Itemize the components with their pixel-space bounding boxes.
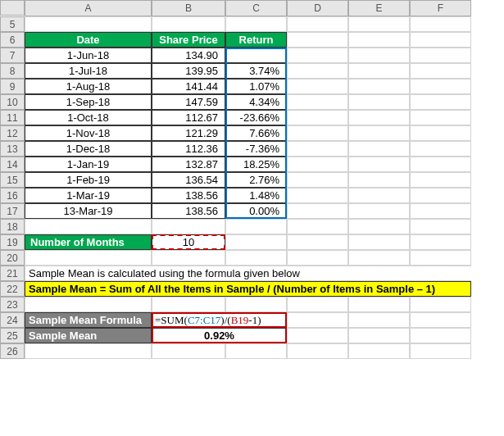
cell-ret-8[interactable]: 2.76% [225,172,287,188]
row-13[interactable]: 13 [0,141,25,157]
cell-E20[interactable] [348,250,410,266]
col-A[interactable]: A [25,0,152,16]
cell-F9[interactable] [410,79,471,94]
desc-text[interactable]: Sample Mean is calculated using the form… [25,266,471,281]
cell-D14[interactable] [287,157,348,172]
cell-E11[interactable] [348,110,410,125]
cell-ret-6[interactable]: -7.36% [225,141,287,157]
row-9[interactable]: 9 [0,79,25,94]
row-18[interactable]: 18 [0,219,25,234]
cell-E7[interactable] [348,48,410,63]
cell-F20[interactable] [410,250,471,266]
cell-ret-9[interactable]: 1.48% [225,188,287,203]
row-23[interactable]: 23 [0,297,25,312]
row-12[interactable]: 12 [0,125,25,141]
cell-F16[interactable] [410,188,471,203]
cell-A5[interactable] [25,16,152,32]
cell-B5[interactable] [152,16,225,32]
cell-E12[interactable] [348,125,410,141]
months-label[interactable]: Number of Months [25,234,152,250]
col-F[interactable]: F [410,0,471,16]
hdr-return[interactable]: Return [225,32,287,48]
cell-D26[interactable] [287,343,348,359]
cell-D9[interactable] [287,79,348,94]
cell-D17[interactable] [287,203,348,219]
cell-D16[interactable] [287,188,348,203]
cell-D18[interactable] [287,219,348,234]
row-15[interactable]: 15 [0,172,25,188]
cell-D6[interactable] [287,32,348,48]
cell-ret-2[interactable]: 1.07% [225,79,287,94]
cell-F14[interactable] [410,157,471,172]
cell-date-9[interactable]: 1-Mar-19 [25,188,152,203]
row-17[interactable]: 17 [0,203,25,219]
cell-D11[interactable] [287,110,348,125]
row-8[interactable]: 8 [0,63,25,79]
cell-E26[interactable] [348,343,410,359]
cell-C23[interactable] [225,297,287,312]
col-B[interactable]: B [152,0,225,16]
cell-E9[interactable] [348,79,410,94]
cell-D20[interactable] [287,250,348,266]
cell-C18[interactable] [225,219,287,234]
cell-E13[interactable] [348,141,410,157]
cell-date-7[interactable]: 1-Jan-19 [25,157,152,172]
cell-D13[interactable] [287,141,348,157]
col-D[interactable]: D [287,0,348,16]
row-21[interactable]: 21 [0,266,25,281]
cell-price-1[interactable]: 139.95 [152,63,225,79]
cell-E14[interactable] [348,157,410,172]
cell-A23[interactable] [25,297,152,312]
row-20[interactable]: 20 [0,250,25,266]
cell-D10[interactable] [287,94,348,110]
cell-E19[interactable] [348,234,410,250]
row-11[interactable]: 11 [0,110,25,125]
cell-E23[interactable] [348,297,410,312]
sm-label[interactable]: Sample Mean [25,328,152,343]
cell-F5[interactable] [410,16,471,32]
formula-description[interactable]: Sample Mean = Sum of All the Items in Sa… [25,281,471,297]
cell-date-5[interactable]: 1-Nov-18 [25,125,152,141]
cell-ret-7[interactable]: 18.25% [225,157,287,172]
cell-D25[interactable] [287,328,348,343]
cell-E8[interactable] [348,63,410,79]
cell-F7[interactable] [410,48,471,63]
cell-price-3[interactable]: 147.59 [152,94,225,110]
cell-D19[interactable] [287,234,348,250]
cell-C5[interactable] [225,16,287,32]
cell-F8[interactable] [410,63,471,79]
cell-B23[interactable] [152,297,225,312]
cell-E15[interactable] [348,172,410,188]
cell-date-2[interactable]: 1-Aug-18 [25,79,152,94]
cell-D15[interactable] [287,172,348,188]
cell-F6[interactable] [410,32,471,48]
cell-E6[interactable] [348,32,410,48]
cell-F12[interactable] [410,125,471,141]
cell-price-4[interactable]: 112.67 [152,110,225,125]
cell-date-6[interactable]: 1-Dec-18 [25,141,152,157]
cell-F15[interactable] [410,172,471,188]
cell-D23[interactable] [287,297,348,312]
result-cell[interactable]: 0.92% [152,328,287,343]
cell-date-0[interactable]: 1-Jun-18 [25,48,152,63]
cell-B26[interactable] [152,343,225,359]
col-C[interactable]: C [225,0,287,16]
cell-ret-1[interactable]: 3.74% [225,63,287,79]
cell-D5[interactable] [287,16,348,32]
row-25[interactable]: 25 [0,328,25,343]
cell-E24[interactable] [348,312,410,328]
cell-F11[interactable] [410,110,471,125]
cell-E18[interactable] [348,219,410,234]
cell-ret-3[interactable]: 4.34% [225,94,287,110]
cell-price-10[interactable]: 138.56 [152,203,225,219]
cell-B20[interactable] [152,250,225,266]
cell-price-0[interactable]: 134.90 [152,48,225,63]
cell-price-2[interactable]: 141.44 [152,79,225,94]
cell-D7[interactable] [287,48,348,63]
cell-F13[interactable] [410,141,471,157]
cell-ret-4[interactable]: -23.66% [225,110,287,125]
spreadsheet-grid[interactable]: A B C D E F 5 6 Date Share Price Return … [0,0,504,359]
hdr-price[interactable]: Share Price [152,32,225,48]
cell-date-8[interactable]: 1-Feb-19 [25,172,152,188]
row-5[interactable]: 5 [0,16,25,32]
